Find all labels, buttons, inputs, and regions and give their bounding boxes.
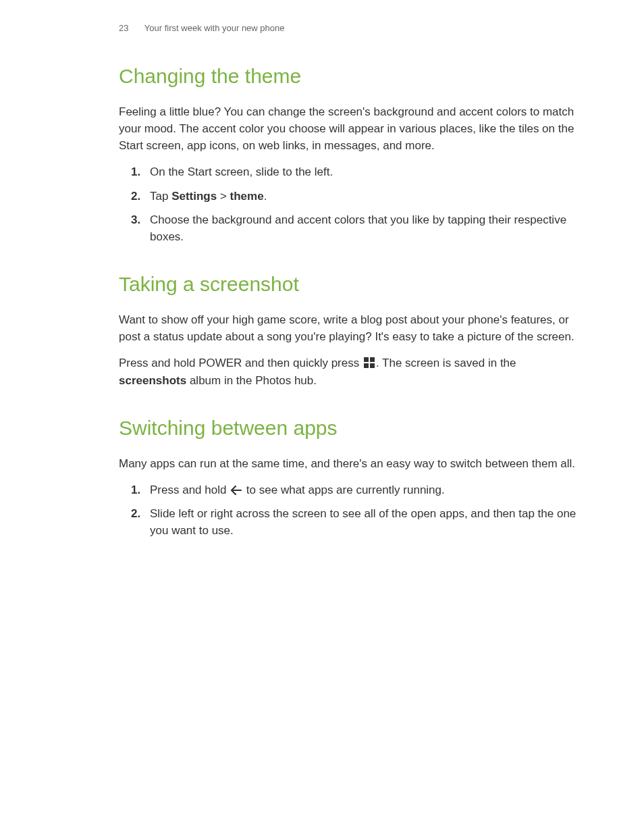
intro-text: Feeling a little blue? You can change th… bbox=[119, 103, 576, 154]
ui-label-screenshots: screenshots bbox=[119, 374, 186, 387]
back-arrow-icon bbox=[231, 486, 242, 495]
document-page: 23 Your first week with your new phone C… bbox=[0, 0, 644, 539]
ui-label-settings: Settings bbox=[171, 190, 217, 203]
svg-rect-2 bbox=[364, 363, 369, 368]
list-item: On the Start screen, slide to the left. bbox=[150, 163, 576, 180]
heading-changing-theme: Changing the theme bbox=[119, 64, 576, 88]
intro-text: Want to show off your high game score, w… bbox=[119, 311, 576, 345]
intro-text: Many apps can run at the same time, and … bbox=[119, 455, 576, 472]
section-taking-screenshot: Taking a screenshot Want to show off you… bbox=[119, 272, 576, 389]
start-icon bbox=[364, 357, 375, 368]
list-item: Press and hold to see what apps are curr… bbox=[150, 481, 576, 498]
steps-list: On the Start screen, slide to the left. … bbox=[119, 163, 576, 245]
running-header: 23 Your first week with your new phone bbox=[119, 23, 576, 33]
section-switching-apps: Switching between apps Many apps can run… bbox=[119, 416, 576, 540]
steps-list: Press and hold to see what apps are curr… bbox=[119, 481, 576, 539]
section-changing-theme: Changing the theme Feeling a little blue… bbox=[119, 64, 576, 245]
heading-switching-apps: Switching between apps bbox=[119, 416, 576, 440]
ui-label-theme: theme bbox=[230, 190, 264, 203]
svg-rect-0 bbox=[364, 357, 369, 362]
body-text: Press and hold POWER and then quickly pr… bbox=[119, 355, 576, 388]
list-item: Choose the background and accent colors … bbox=[150, 211, 576, 245]
svg-rect-3 bbox=[370, 363, 375, 368]
chapter-title: Your first week with your new phone bbox=[144, 23, 285, 33]
page-number: 23 bbox=[119, 23, 128, 33]
list-item: Slide left or right across the screen to… bbox=[150, 505, 576, 539]
svg-rect-1 bbox=[370, 357, 375, 362]
list-item: Tap Settings > theme. bbox=[150, 188, 576, 205]
heading-taking-screenshot: Taking a screenshot bbox=[119, 272, 576, 296]
